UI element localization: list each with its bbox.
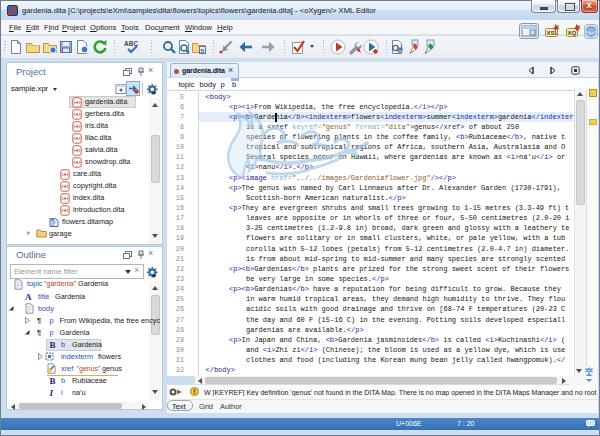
svg-text:B: B [201,48,205,54]
svg-text:XQ: XQ [568,30,577,36]
svg-text:XSL: XSL [547,30,559,36]
